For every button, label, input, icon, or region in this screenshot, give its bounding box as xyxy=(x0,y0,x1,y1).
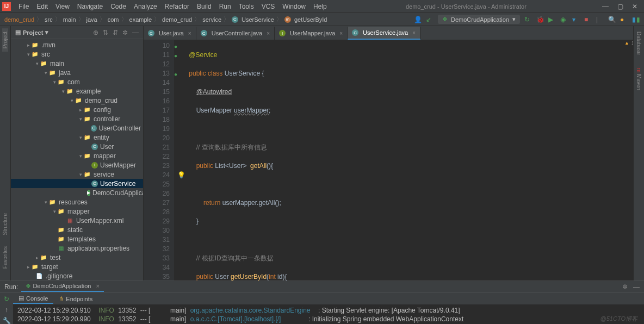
warning-icon: ▲ xyxy=(624,40,629,46)
maven-tool-tab[interactable]: m Maven xyxy=(636,65,642,94)
menu-navigate[interactable]: Navigate xyxy=(74,2,106,11)
attach-icon[interactable]: ▾ xyxy=(572,16,580,23)
bc-example[interactable]: example xyxy=(129,16,152,23)
tab-user[interactable]: CUser.java× xyxy=(144,27,196,40)
close-icon[interactable]: ✕ xyxy=(632,3,637,10)
window-title: demo_crud - UserService.java - Administr… xyxy=(330,3,602,10)
tab-userservice[interactable]: CUserService.java× xyxy=(348,27,420,40)
project-pane: ▤ Project ▾ ⊕ ⇅ ⇵ ✲ — ▸📁.mvn ▾📁src ▾📁mai… xyxy=(11,26,144,281)
bc-src[interactable]: src xyxy=(45,16,53,23)
editor-pane: CUser.java× CUserController.java× IUserM… xyxy=(144,26,633,281)
navigation-bar: demo_crud〉 src〉 main〉 java〉 com〉 example… xyxy=(0,13,644,26)
close-icon[interactable]: × xyxy=(96,283,99,289)
project-header: ▤ Project ▾ ⊕ ⇅ ⇵ ✲ — xyxy=(11,26,143,39)
app-icon: IJ xyxy=(2,2,11,11)
bc-main[interactable]: main xyxy=(63,16,76,23)
menu-build[interactable]: Build xyxy=(194,2,215,11)
gear-icon[interactable]: ✲ xyxy=(122,29,128,36)
rerun-icon[interactable]: ↻ xyxy=(524,16,532,23)
avatar-icon[interactable]: ● xyxy=(620,16,628,23)
code-area[interactable]: 10●11●1213●1415161718192021222324💡252627… xyxy=(144,40,633,281)
collapse-icon[interactable]: ⇵ xyxy=(113,29,118,36)
bc-class[interactable]: UserService xyxy=(242,16,274,23)
build-icon[interactable]: ↙ xyxy=(426,16,434,23)
coverage-icon[interactable]: ▶ xyxy=(548,16,556,23)
close-icon[interactable]: × xyxy=(188,30,191,36)
database-tool-tab[interactable]: Database xyxy=(636,28,642,58)
warning-count: 1 xyxy=(631,40,633,46)
menu-view[interactable]: View xyxy=(52,2,73,11)
run-config-select[interactable]: ❖ DemoCrudApplication ▾ xyxy=(438,15,520,24)
close-icon[interactable]: × xyxy=(267,30,270,36)
toolbar: 👤▾ ↙ ❖ DemoCrudApplication ▾ ↻ 🐞 ▶ ◉ ▾ ■… xyxy=(414,15,640,24)
project-tree[interactable]: ▸📁.mvn ▾📁src ▾📁main ▾📁java ▾📁com ▾📁examp… xyxy=(11,39,143,281)
left-tool-stripe: Project Structure Favorites xyxy=(0,26,11,281)
menu-code[interactable]: Code xyxy=(107,2,129,11)
class-icon: C xyxy=(232,16,238,23)
endpoints-tab[interactable]: ⋔ Endpoints xyxy=(53,294,98,303)
close-icon[interactable]: × xyxy=(339,30,343,36)
menu-help[interactable]: Help xyxy=(310,2,330,11)
menubar: File Edit View Navigate Code Analyze Ref… xyxy=(15,2,330,11)
watermark: @51CTO博客 xyxy=(600,314,637,323)
favorites-tool-tab[interactable]: Favorites xyxy=(2,243,8,272)
structure-tool-tab[interactable]: Structure xyxy=(2,210,8,239)
bc-com[interactable]: com xyxy=(108,16,119,23)
rerun-icon[interactable]: ↻ xyxy=(4,295,9,303)
bc-root[interactable]: demo_crud xyxy=(4,16,34,23)
run-sub-tabs: ▤ Console ⋔ Endpoints xyxy=(13,293,644,305)
gear-icon[interactable]: ✲ xyxy=(622,283,628,291)
menu-refactor[interactable]: Refactor xyxy=(162,2,193,11)
run-config-tab[interactable]: ❖ DemoCrudApplication × xyxy=(21,282,104,292)
menu-run[interactable]: Run xyxy=(216,2,234,11)
spring-icon: ❖ xyxy=(26,283,31,289)
trailing-icon[interactable]: ▮▮ xyxy=(632,16,640,23)
menu-edit[interactable]: Edit xyxy=(33,2,51,11)
bc-method[interactable]: getUserById xyxy=(294,16,327,23)
menu-vcs[interactable]: VCS xyxy=(258,2,278,11)
run-config-label: DemoCrudApplication xyxy=(451,16,509,23)
hide-icon[interactable]: — xyxy=(633,283,640,291)
window-controls: — ▢ ✕ xyxy=(602,3,642,10)
menu-analyze[interactable]: Analyze xyxy=(131,2,160,11)
analysis-markers[interactable]: ▲ 1 ⌃ ⌄ xyxy=(624,40,632,46)
titlebar: IJ File Edit View Navigate Code Analyze … xyxy=(0,0,644,13)
chevron-down-icon[interactable]: ▾ xyxy=(45,29,48,36)
gutter[interactable]: 10●11●1213●1415161718192021222324💡252627… xyxy=(144,40,174,281)
menu-file[interactable]: File xyxy=(15,2,32,11)
project-label[interactable]: Project xyxy=(23,29,43,36)
main-area: Project Structure Favorites ▤ Project ▾ … xyxy=(0,26,644,281)
separator: | xyxy=(596,16,604,23)
tab-usercontroller[interactable]: CUserController.java× xyxy=(196,27,275,40)
console-output[interactable]: 2022-03-12 15:29:20.910 INFO 13352 --- [… xyxy=(13,305,644,324)
method-icon: m xyxy=(284,16,291,23)
hide-icon[interactable]: — xyxy=(132,29,139,36)
maximize-icon[interactable]: ▢ xyxy=(617,3,623,10)
bc-java[interactable]: java xyxy=(86,16,97,23)
target-icon[interactable]: ⊕ xyxy=(93,29,98,36)
up-icon[interactable]: ↑ xyxy=(5,306,8,314)
user-icon[interactable]: 👤▾ xyxy=(414,16,422,23)
debug-icon[interactable]: 🐞 xyxy=(536,16,544,23)
bc-service[interactable]: service xyxy=(202,16,221,23)
expand-icon[interactable]: ⇅ xyxy=(103,29,108,36)
bc-democrud[interactable]: demo_crud xyxy=(162,16,192,23)
run-panel: Run: ❖ DemoCrudApplication × ✲ — ↻ ↑ 🔧 ▤… xyxy=(0,281,644,324)
run-label: Run: xyxy=(4,283,18,291)
wrench-icon[interactable]: 🔧 xyxy=(3,317,11,324)
console-tab[interactable]: ▤ Console xyxy=(13,294,53,304)
minimize-icon[interactable]: — xyxy=(602,3,609,10)
code-body[interactable]: @Service public class UserService { @Aut… xyxy=(174,40,633,281)
menu-window[interactable]: Window xyxy=(279,2,309,11)
profile-icon[interactable]: ◉ xyxy=(560,16,568,23)
tab-usermapper[interactable]: IUserMapper.java× xyxy=(275,27,348,40)
search-icon[interactable]: 🔍 xyxy=(608,16,616,23)
endpoints-icon: ⋔ xyxy=(59,295,64,302)
stop-icon[interactable]: ■ xyxy=(584,16,592,23)
run-header: Run: ❖ DemoCrudApplication × ✲ — xyxy=(0,281,644,293)
close-icon[interactable]: × xyxy=(412,30,416,36)
right-tool-stripe: Database m Maven xyxy=(633,26,644,281)
tree-selected: CUserService xyxy=(11,179,143,188)
project-tool-tab[interactable]: Project xyxy=(2,28,8,52)
menu-tools[interactable]: Tools xyxy=(236,2,257,11)
